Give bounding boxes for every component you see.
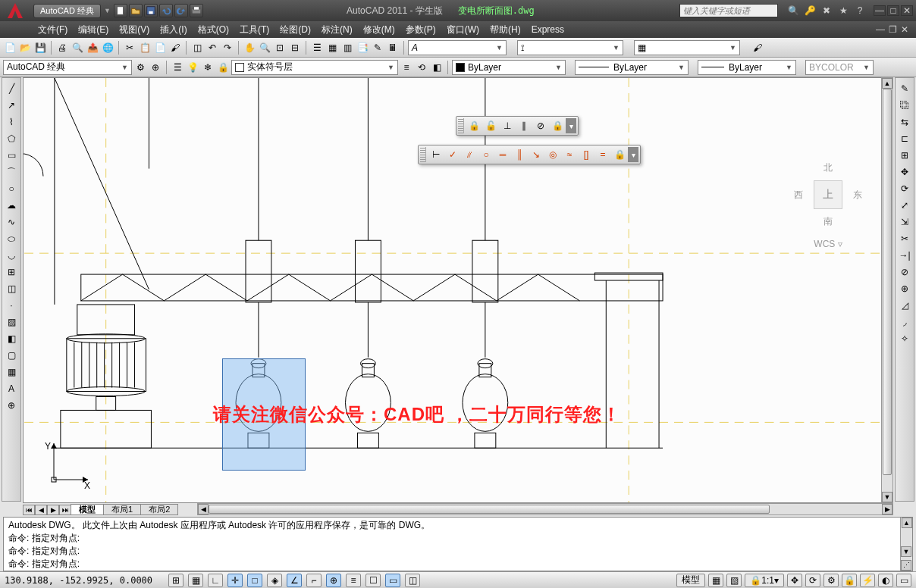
matchprop-icon[interactable]: 🖌 [168, 41, 182, 55]
extend-icon[interactable]: →| [897, 248, 912, 263]
xline-icon[interactable]: ↗ [4, 98, 19, 113]
model-paper-toggle[interactable]: 模型 [676, 574, 705, 587]
insertblock-icon[interactable]: ⊞ [4, 264, 19, 280]
join-icon[interactable]: ⊕ [897, 281, 912, 296]
doc-minimize-icon[interactable]: — [875, 25, 886, 34]
cmd-scroll-down-icon[interactable]: ▼ [901, 546, 911, 557]
paste-icon[interactable]: 📄 [153, 41, 167, 55]
pan-icon[interactable]: ✋ [243, 41, 256, 55]
rotate-icon[interactable]: ⟳ [897, 181, 912, 196]
menu-insert[interactable]: 插入(I) [160, 23, 187, 36]
otrack-toggle[interactable]: ∠ [287, 574, 302, 587]
toolbar-lock-icon[interactable]: 🔒 [842, 574, 857, 587]
mirror-icon[interactable]: ⇆ [897, 114, 912, 130]
quickview-layouts-icon[interactable]: ▦ [708, 574, 723, 587]
tab-last-icon[interactable]: ⏭ [59, 505, 71, 515]
constr-ico-3[interactable]: ⊥ [500, 118, 515, 133]
scale-icon[interactable]: ⤢ [897, 198, 912, 213]
menu-file[interactable]: 文件(F) [38, 23, 67, 36]
maximize-icon[interactable]: □ [887, 5, 899, 16]
fillet-icon[interactable]: ◞ [897, 314, 912, 330]
quickcalc-icon[interactable]: 🖩 [386, 41, 400, 55]
help-icon[interactable]: ? [854, 5, 866, 17]
gc-perp-icon[interactable]: ✓ [445, 147, 460, 162]
ellipsearc-icon[interactable]: ◡ [4, 248, 19, 263]
scroll-up-icon[interactable]: ▲ [882, 78, 892, 89]
viewcube-east[interactable]: 东 [853, 189, 862, 202]
point-icon[interactable]: · [4, 298, 19, 313]
menu-format[interactable]: 格式(O) [198, 23, 229, 36]
annoscale-dropdown[interactable]: 🔒 1:1 ▾ [745, 574, 784, 587]
toolpalettes-icon[interactable]: ▥ [340, 41, 354, 55]
copy2-icon[interactable]: ⿻ [897, 98, 912, 113]
workspace-dropdown-icon[interactable]: ▼ [104, 7, 111, 14]
erase-icon[interactable]: ✎ [897, 81, 912, 96]
vertical-scrollbar[interactable]: ▲ ▼ [881, 77, 893, 503]
tab-prev-icon[interactable]: ◀ [35, 505, 47, 515]
undo-icon[interactable] [159, 4, 173, 17]
3dosnap-toggle[interactable]: ◈ [267, 574, 282, 587]
gc-equal-icon[interactable]: = [595, 147, 610, 162]
layer-iso-icon[interactable]: ◧ [430, 61, 444, 74]
menu-draw[interactable]: 绘图(D) [280, 23, 311, 36]
brush-icon[interactable]: 🖌 [751, 41, 764, 55]
move-icon[interactable]: ✥ [897, 164, 912, 180]
gc-coincident-icon[interactable]: ⊢ [428, 147, 444, 162]
plotstyle-dropdown[interactable]: BYCOLOR▼ [805, 60, 874, 75]
chamfer-icon[interactable]: ◿ [897, 298, 912, 313]
dimstyle-dropdown[interactable]: ⟟▼ [517, 40, 623, 55]
sc-toggle[interactable]: ◫ [405, 574, 420, 587]
command-input[interactable] [80, 559, 908, 570]
ducs-toggle[interactable]: ⌐ [306, 574, 322, 587]
layer-manager-icon[interactable]: ☰ [171, 61, 184, 74]
copy-icon[interactable]: 📋 [138, 41, 152, 55]
osnap-toggle[interactable]: □ [247, 574, 262, 587]
scroll-left-icon[interactable]: ◀ [198, 504, 209, 514]
tab-model[interactable]: 模型 [71, 504, 104, 515]
tab-layout1[interactable]: 布局1 [103, 504, 141, 515]
snap-toggle[interactable]: ⊞ [168, 574, 184, 587]
scroll-down-icon[interactable]: ▼ [882, 492, 892, 502]
search-icon[interactable]: 🔍 [787, 5, 799, 17]
hatch-icon[interactable]: ▨ [4, 314, 19, 330]
viewcube-west[interactable]: 西 [794, 189, 803, 202]
tab-layout2[interactable]: 布局2 [140, 504, 178, 515]
palette2-close-icon[interactable]: ▾ [628, 147, 638, 162]
array-icon[interactable]: ⊞ [897, 148, 912, 163]
constr-ico-2[interactable]: 🔓 [483, 118, 498, 133]
viewcube-south[interactable]: 南 [794, 215, 862, 228]
hscroll-thumb[interactable] [209, 505, 770, 514]
zoom-window-icon[interactable]: ⊡ [273, 41, 287, 55]
undo2-icon[interactable]: ↶ [205, 41, 219, 55]
sheetset-icon[interactable]: 📑 [356, 41, 369, 55]
workspace-dropdown[interactable]: AutoCAD 经典▼ [3, 60, 132, 75]
addselected-icon[interactable]: ⊕ [4, 398, 19, 413]
annoauto-toggle[interactable]: ⟳ [805, 574, 820, 587]
workspace-pill[interactable]: AutoCAD 经典 [33, 4, 101, 18]
workspace-settings-icon[interactable]: ⚙ [133, 61, 147, 74]
constr-ico-5[interactable]: ⊘ [533, 118, 548, 133]
menu-express[interactable]: Express [532, 24, 564, 35]
properties-icon[interactable]: ☰ [310, 41, 324, 55]
infocenter-search-input[interactable] [679, 4, 778, 17]
annovis-toggle[interactable]: ✥ [787, 574, 802, 587]
tab-first-icon[interactable]: ⏮ [23, 505, 35, 515]
makeblock-icon[interactable]: ◫ [4, 281, 19, 296]
new-icon[interactable] [114, 4, 127, 17]
key-icon[interactable]: 🔑 [804, 5, 816, 17]
lineweight-dropdown[interactable]: ByLayer▼ [698, 60, 796, 75]
layer-lock-icon[interactable]: 🔒 [216, 61, 230, 74]
viewcube[interactable]: 北 西 上 东 南 WCS ▿ [794, 161, 862, 275]
layer-dropdown[interactable]: 实体符号层▼ [231, 60, 398, 75]
layer-freeze-icon[interactable]: ❄ [201, 61, 215, 74]
redo2-icon[interactable]: ↷ [221, 41, 234, 55]
coordinates-readout[interactable]: 130.9188, -152.9925, 0.0000 [5, 575, 164, 586]
qnew-icon[interactable]: 📄 [3, 41, 17, 55]
3ddwf-icon[interactable]: 🌐 [101, 41, 114, 55]
zoom-previous-icon[interactable]: ⊟ [288, 41, 302, 55]
workspace-save-icon[interactable]: ⊕ [149, 61, 162, 74]
gc-collinear-icon[interactable]: ↘ [529, 147, 544, 162]
save-icon[interactable] [144, 4, 158, 17]
gc-concentric-icon[interactable]: ◎ [545, 147, 560, 162]
menu-help[interactable]: 帮助(H) [490, 23, 521, 36]
